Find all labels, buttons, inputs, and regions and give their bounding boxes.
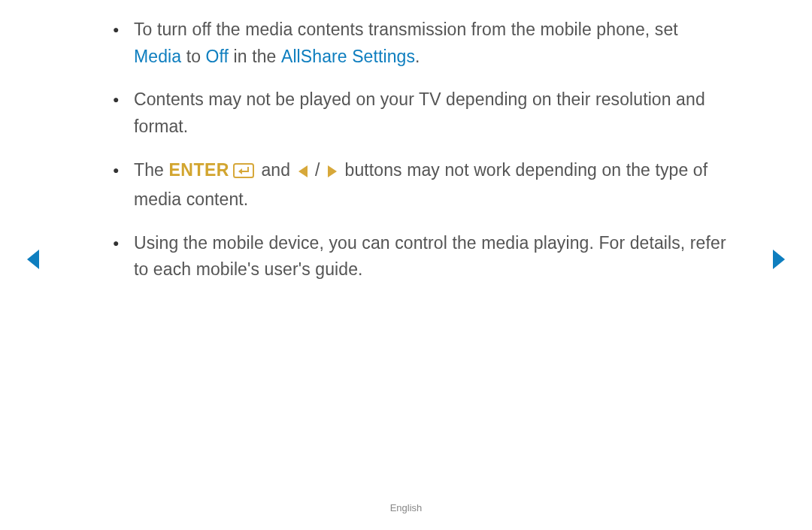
text: / [311,160,325,180]
text: Using the mobile device, you can control… [134,233,726,280]
text: To turn off the media contents transmiss… [134,20,678,39]
next-page-button[interactable] [771,248,788,274]
text: and [256,160,295,180]
highlight-off: Off [206,47,229,66]
triangle-left-icon [297,160,309,187]
text: to [181,47,205,66]
list-item: To turn off the media contents transmiss… [113,17,729,70]
text: in the [229,47,281,66]
highlight-media: Media [134,47,181,66]
text: . [415,47,420,66]
list-item: The ENTER and / buttons may not work dep… [113,157,729,214]
content-area: To turn off the media contents transmiss… [113,17,729,300]
enter-label: ENTER [168,160,229,180]
bullet-list: To turn off the media contents transmiss… [113,17,729,283]
list-item: Contents may not be played on your TV de… [113,86,729,140]
prev-page-button[interactable] [24,248,41,274]
enter-icon [233,159,254,186]
triangle-right-icon [326,160,338,187]
footer-language: English [0,502,812,513]
highlight-allshare: AllShare Settings [281,47,415,66]
text: The [134,160,168,180]
text: Contents may not be played on your TV de… [134,89,705,136]
list-item: Using the mobile device, you can control… [113,230,729,283]
